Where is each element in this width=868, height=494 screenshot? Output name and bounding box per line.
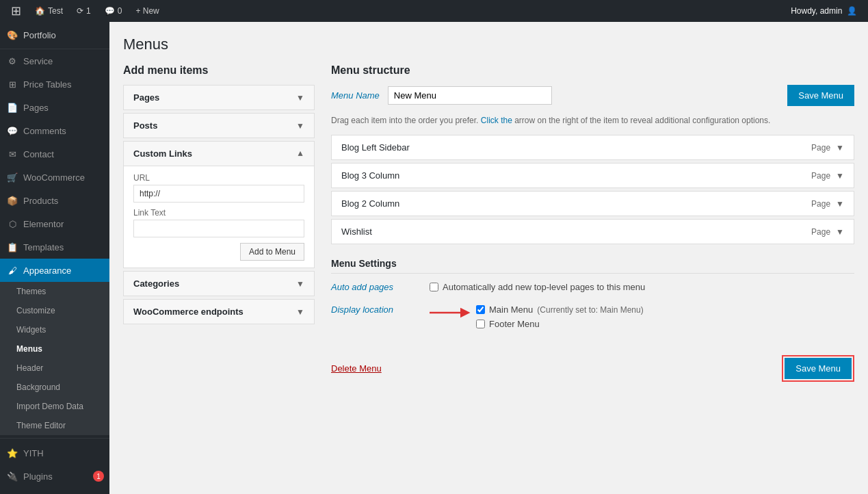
menu-name-left: Menu Name (331, 86, 552, 105)
sidebar-item-service[interactable]: ⚙ Service (0, 49, 109, 73)
menu-item-type-1: Page (811, 171, 830, 181)
auto-add-checkbox[interactable] (430, 283, 438, 291)
sidebar-item-background[interactable]: Background (0, 378, 109, 397)
menu-actions-row: Delete Menu Save Menu (331, 347, 854, 382)
sidebar-item-contact[interactable]: ✉ Contact (0, 142, 109, 166)
chevron-down-icon-cats: ▼ (296, 279, 304, 289)
add-to-menu-button[interactable]: Add to Menu (240, 243, 304, 261)
display-location-content: Main Menu (Currently set to: Main Menu) … (430, 304, 854, 336)
templates-icon: 📋 (7, 242, 18, 252)
save-menu-button-bottom[interactable]: Save Menu (785, 358, 852, 379)
content-area: Add menu items Pages ▼ Posts ▼ (123, 64, 854, 382)
sidebar-item-import-demo[interactable]: Import Demo Data (0, 397, 109, 416)
sidebar-item-comments[interactable]: 💬 Comments (0, 119, 109, 142)
menu-item-label-3: Wishlist (341, 226, 372, 237)
accordion-posts-label: Posts (133, 120, 157, 131)
main-content: Menus Add menu items Pages ▼ Posts ▼ (109, 22, 868, 494)
menu-item-wishlist[interactable]: Wishlist Page ▼ (331, 219, 854, 244)
wp-logo[interactable]: ⊞ (5, 0, 27, 22)
accordion-categories-header[interactable]: Categories ▼ (124, 272, 314, 296)
display-location-row: Display location (331, 304, 854, 336)
adminbar-comments[interactable]: 💬 0 (99, 0, 128, 22)
dropdown-arrow-icon-1[interactable]: ▼ (836, 171, 844, 181)
adminbar-new[interactable]: + New (130, 0, 164, 22)
accordion-posts: Posts ▼ (123, 113, 315, 138)
sidebar-label-pages: Pages (23, 103, 49, 113)
menu-item-blog-left-sidebar[interactable]: Blog Left Sidebar Page ▼ (331, 135, 854, 160)
yith-label: YITH (23, 448, 44, 458)
sidebar-label-price-tables: Price Tables (23, 79, 72, 90)
left-panel: Add menu items Pages ▼ Posts ▼ (123, 64, 315, 327)
menu-settings-heading: Menu Settings (331, 258, 854, 274)
sidebar-label-contact: Contact (23, 149, 54, 159)
sidebar-label-products: Products (23, 196, 58, 206)
elementor-icon: ⬡ (7, 218, 18, 229)
adminbar-home[interactable]: 🏠 Test (29, 0, 68, 22)
plugins-badge: 1 (93, 471, 104, 482)
sidebar-item-theme-editor[interactable]: Theme Editor (0, 416, 109, 435)
accordion-posts-header[interactable]: Posts ▼ (124, 114, 314, 138)
menu-item-type-2: Page (811, 199, 830, 209)
accordion-pages-header[interactable]: Pages ▼ (124, 86, 314, 109)
menu-item-type-0: Page (811, 143, 830, 153)
sidebar-item-price-tables[interactable]: ⊞ Price Tables (0, 73, 109, 96)
sidebar-item-appearance[interactable]: 🖌 Appearance (0, 259, 109, 282)
dropdown-arrow-icon-0[interactable]: ▼ (836, 143, 844, 153)
sidebar-item-pages[interactable]: 📄 Pages (0, 96, 109, 119)
sidebar-label-woocommerce: WooCommerce (23, 172, 85, 183)
link-text-row: Link Text (133, 208, 304, 237)
main-menu-checkbox-row: Main Menu (Currently set to: Main Menu) (476, 304, 644, 315)
delete-menu-link[interactable]: Delete Menu (331, 363, 382, 374)
menu-item-blog-2-column[interactable]: Blog 2 Column Page ▼ (331, 191, 854, 216)
sidebar-item-products[interactable]: 📦 Products (0, 189, 109, 212)
url-input[interactable] (133, 185, 304, 203)
contact-icon: ✉ (7, 148, 18, 159)
footer-menu-label: Footer Menu (489, 319, 540, 329)
menu-settings: Menu Settings Auto add pages Automatical… (331, 258, 854, 336)
pages-icon: 📄 (7, 102, 18, 113)
accordion-custom-links-header[interactable]: Custom Links ▼ (124, 142, 314, 166)
sidebar: 🎨 Portfolio ⚙ Service ⊞ Price Tables 📄 P… (0, 22, 109, 494)
sidebar-item-plugins[interactable]: 🔌 Plugins 1 (0, 465, 109, 488)
updates-count: 1 (86, 6, 91, 16)
accordion-woocommerce-header[interactable]: WooCommerce endpoints ▼ (124, 300, 314, 324)
sidebar-item-customize[interactable]: Customize (0, 301, 109, 320)
chevron-down-icon: ▼ (296, 93, 304, 103)
chevron-down-icon-posts: ▼ (296, 121, 304, 131)
adminbar-updates[interactable]: ⟳ 1 (71, 0, 96, 22)
menu-item-type-3: Page (811, 227, 830, 237)
sidebar-item-widgets[interactable]: Widgets (0, 320, 109, 339)
menu-item-blog-3-column[interactable]: Blog 3 Column Page ▼ (331, 163, 854, 188)
sidebar-label-appearance: Appearance (23, 265, 71, 276)
sidebar-item-elementor[interactable]: ⬡ Elementor (0, 212, 109, 235)
sidebar-item-templates[interactable]: 📋 Templates (0, 235, 109, 259)
menu-item-right-2: Page ▼ (811, 199, 844, 209)
drag-hint-blue: Click the (481, 116, 512, 125)
comments-icon: 💬 (7, 125, 18, 136)
dropdown-arrow-icon-3[interactable]: ▼ (836, 227, 844, 237)
drag-hint: Drag each item into the order you prefer… (331, 114, 854, 127)
dropdown-arrow-icon-2[interactable]: ▼ (836, 199, 844, 209)
sidebar-item-woocommerce[interactable]: 🛒 WooCommerce (0, 166, 109, 189)
save-menu-button-top[interactable]: Save Menu (787, 85, 854, 106)
url-label: URL (133, 173, 304, 183)
auto-add-row: Auto add pages Automatically add new top… (331, 282, 854, 296)
link-text-input[interactable] (133, 220, 304, 237)
sidebar-item-yith[interactable]: ⭐ YITH (0, 441, 109, 465)
sidebar-item-menus[interactable]: Menus (0, 339, 109, 359)
menu-item-right-1: Page ▼ (811, 171, 844, 181)
menu-name-input[interactable] (388, 86, 552, 105)
admin-bar: ⊞ 🏠 Test ⟳ 1 💬 0 + New Howdy, admin 👤 (0, 0, 868, 22)
sidebar-item-header[interactable]: Header (0, 359, 109, 378)
url-row: URL (133, 173, 304, 203)
main-menu-checkbox[interactable] (476, 305, 485, 314)
sidebar-brand[interactable]: 🎨 Portfolio (0, 22, 109, 49)
footer-menu-checkbox[interactable] (476, 320, 485, 328)
background-label: Background (16, 382, 60, 392)
accordion-categories-label: Categories (133, 278, 179, 289)
import-demo-label: Import Demo Data (16, 402, 83, 411)
appearance-icon: 🖌 (7, 265, 18, 276)
theme-editor-label: Theme Editor (16, 421, 66, 430)
sidebar-item-themes[interactable]: Themes (0, 282, 109, 301)
sidebar-label-service: Service (23, 56, 53, 66)
